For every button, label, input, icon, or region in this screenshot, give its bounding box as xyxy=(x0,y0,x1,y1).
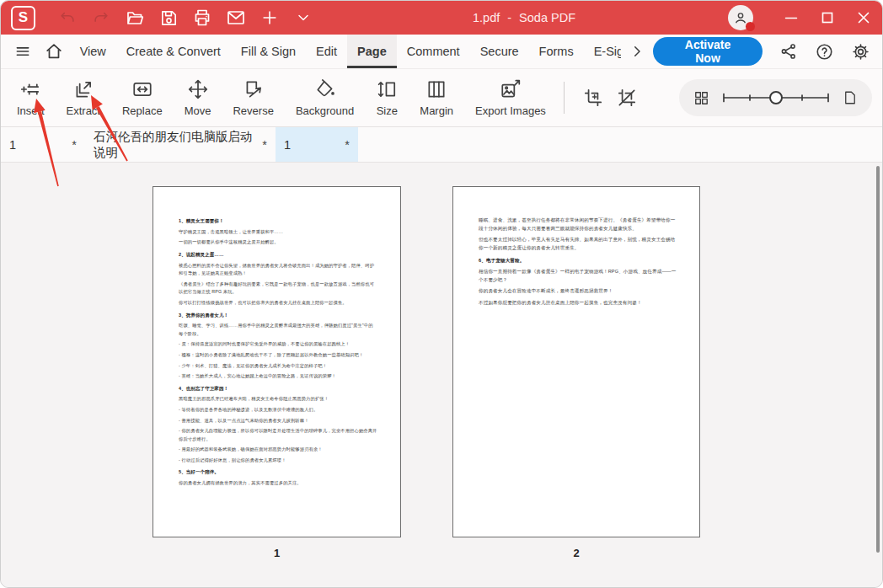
activate-now-button[interactable]: Activate Now xyxy=(653,37,762,66)
pdf-heading: 2、说起精灵之蛋…… xyxy=(179,251,377,259)
title-separator: - xyxy=(507,11,511,24)
tool-label: Move xyxy=(185,104,211,117)
chevron-down-icon[interactable] xyxy=(293,8,313,28)
pdf-paragraph: - 用最好的武器和装备武装她，确保她在面对邪恶势力时能够游刃有余！ xyxy=(179,446,377,454)
page-number-2: 2 xyxy=(452,547,700,559)
background-tool[interactable]: Background xyxy=(285,78,365,117)
user-avatar[interactable] xyxy=(728,5,753,30)
tab-create-convert[interactable]: Create & Convert xyxy=(116,35,231,68)
move-tool[interactable]: Move xyxy=(174,78,222,117)
doc-tab-shihe[interactable]: 石河伦吾的朋友们电脑版启动说明 * xyxy=(85,127,276,162)
page-toolbar: Insert Extract Replace Move Reverse Back… xyxy=(1,69,882,127)
hamburger-menu-icon[interactable] xyxy=(8,35,39,68)
doc-tab-1[interactable]: 1 * xyxy=(1,127,85,162)
tab-view[interactable]: View xyxy=(70,35,116,68)
pdf-paragraph: - 英雄：当她长大成人，安心地让她踏上命运中的冒险之路，见证传说的荣耀！ xyxy=(179,372,377,381)
pdf-paragraph: 你的勇者女儿会在冒险途中不断成长，最终击退邪恶拯救世界！ xyxy=(479,286,677,295)
tab-esign[interactable]: E-Sig xyxy=(584,35,622,68)
pdf-paragraph: 吃饭、睡觉、学习、训练……用你手中的精灵之蛋孵养成最强大的英雄，伴随她们度过"蛋… xyxy=(179,322,377,338)
modified-indicator: * xyxy=(345,138,350,152)
tab-forms[interactable]: Forms xyxy=(529,35,584,68)
home-icon[interactable] xyxy=(39,35,70,68)
pdf-page-2[interactable]: 睡眠、进食、洗漱，甚至执行任务都将在非常休闲的节奏下进行。《勇者蛋生》希望带给你… xyxy=(452,186,700,537)
thumbnail-grid-icon[interactable] xyxy=(693,90,709,106)
reverse-page-icon xyxy=(243,78,265,100)
modified-indicator: * xyxy=(262,138,267,152)
tab-page[interactable]: Page xyxy=(347,35,397,68)
pdf-heading: 4、也别忘了守卫家园！ xyxy=(179,385,377,393)
save-icon[interactable] xyxy=(158,8,179,28)
app-name: Soda PDF xyxy=(519,11,575,24)
print-icon[interactable] xyxy=(192,8,212,28)
vertical-scrollbar[interactable] xyxy=(876,166,880,553)
tab-comment[interactable]: Comment xyxy=(397,35,470,68)
maximize-button[interactable] xyxy=(816,6,839,29)
undo-icon[interactable] xyxy=(57,8,78,28)
tool-label: Replace xyxy=(122,104,163,117)
crop-remove-icon[interactable] xyxy=(610,81,644,115)
redo-icon[interactable] xyxy=(91,8,111,28)
pdf-paragraph: - 襁褓：这时的小勇者除了满地乱爬啥也干不了，除了照顾起居以外教会她一些基础知识… xyxy=(179,351,377,360)
replace-page-icon xyxy=(131,78,153,100)
move-page-icon xyxy=(187,78,209,100)
export-images-tool[interactable]: Export Images xyxy=(464,78,557,117)
extract-tool[interactable]: Extract xyxy=(56,78,111,117)
crop-add-icon[interactable] xyxy=(576,81,610,115)
title-bar: S 1.pdf - Soda PDF xyxy=(1,1,882,35)
more-tabs-chevron-icon[interactable] xyxy=(621,35,653,68)
insert-page-icon xyxy=(19,78,41,100)
soda-pdf-logo: S xyxy=(11,6,35,30)
background-icon xyxy=(314,78,336,100)
doc-tab-1-active[interactable]: 1 * xyxy=(276,127,358,162)
replace-tool[interactable]: Replace xyxy=(111,78,174,117)
insert-tool[interactable]: Insert xyxy=(6,78,56,117)
tab-fill-sign[interactable]: Fill & Sign xyxy=(231,35,306,68)
pdf-heading: 5、当好一个陪伴。 xyxy=(179,468,377,477)
extract-page-icon xyxy=(72,78,94,100)
pdf-paragraph: 被悉心照料的蛋不会让你失望，拯救世界的勇者女儿将会破壳而出！成为她的守护者，陪伴… xyxy=(179,262,377,278)
status-dot xyxy=(746,22,755,31)
page-size-icon xyxy=(376,78,398,100)
document-tab-bar: 1 * 石河伦吾的朋友们电脑版启动说明 * 1 * xyxy=(1,127,882,163)
pdf-paragraph: 守护精灵王国，击退黑暗领土，让世界重获和平…… xyxy=(179,228,377,237)
document-filename: 1.pdf xyxy=(473,11,500,24)
pdf-paragraph: 一切的一切都要从你手中这枚精灵之蛋开始孵起。 xyxy=(179,238,377,247)
help-icon[interactable] xyxy=(815,40,834,62)
menu-bar: View Create & Convert Fill & Sign Edit P… xyxy=(1,35,882,69)
pdf-paragraph: - 蛋：保持温度适宜的同时也要保护它免受外界的威胁，不要让你的蛋输在起跑线上！ xyxy=(179,340,377,349)
pdf-paragraph: - 等待着你的是各界各地的神秘遗迹，以及无数潜伏中难缠的敌人们。 xyxy=(179,406,377,414)
size-tool[interactable]: Size xyxy=(365,78,409,117)
pdf-paragraph: - 少年：剑术、打猎、魔法，见证你的勇者女儿成长为命中注定的样子吧！ xyxy=(179,362,377,371)
document-view: 1、精灵女王需要你！守护精灵王国，击退黑暗领土，让世界重获和平……一切的一切都要… xyxy=(1,163,882,588)
pdf-paragraph: 但也不要太过掉以轻心，毕竟人有失足马有失蹄。如果真的出了意外，别慌，精灵女王会赐… xyxy=(479,235,677,252)
logo-letter: S xyxy=(19,9,28,26)
settings-gear-icon[interactable] xyxy=(851,40,870,62)
open-folder-icon[interactable] xyxy=(125,8,145,28)
pdf-paragraph: - 善用技能、道具，以及一点点运气来助你的勇者女儿披荆斩棘！ xyxy=(179,417,377,425)
tool-label: Reverse xyxy=(233,104,273,117)
pdf-paragraph: - 你的勇者女儿自理能力极强，所以你可以随时走开处理生活中的琐碎事儿，完全不用担… xyxy=(179,427,377,443)
tab-edit[interactable]: Edit xyxy=(306,35,347,68)
pdf-paragraph: 《勇者蛋生》结合了多种有趣好玩的要素，它既是一款电子宠物，也是一款放置游戏，当然… xyxy=(179,281,377,297)
plus-icon[interactable] xyxy=(260,8,280,28)
zoom-slider[interactable] xyxy=(720,88,832,107)
pdf-paragraph: 你的勇者女儿拥有拯救世界的潜力，其实不需要过多的关注。 xyxy=(179,479,377,488)
margin-tool[interactable]: Margin xyxy=(409,78,464,117)
tool-label: Export Images xyxy=(475,104,546,117)
pdf-heading: 1、精灵女王需要你！ xyxy=(179,217,377,226)
close-button[interactable] xyxy=(852,6,875,29)
modified-indicator: * xyxy=(72,138,77,152)
tab-secure[interactable]: Secure xyxy=(470,35,529,68)
single-page-icon[interactable] xyxy=(843,89,858,106)
window-title: 1.pdf - Soda PDF xyxy=(473,1,575,35)
tool-label: Background xyxy=(296,104,354,117)
mail-icon[interactable] xyxy=(226,8,246,28)
share-icon[interactable] xyxy=(779,40,798,62)
toolbar-divider xyxy=(564,82,565,114)
minimize-button[interactable] xyxy=(779,6,803,29)
pdf-page-1[interactable]: 1、精灵女王需要你！守护精灵王国，击退黑暗领土，让世界重获和平……一切的一切都要… xyxy=(153,186,401,537)
pdf-heading: 6、电子宠物大冒险。 xyxy=(479,256,677,265)
doc-tab-label: 石河伦吾的朋友们电脑版启动说明 xyxy=(94,129,262,161)
pdf-paragraph: 相信你一直期待着一款像《勇者蛋生》一样的电子宠物游戏！RPG、小游戏、放任养成—… xyxy=(479,267,677,284)
reverse-tool[interactable]: Reverse xyxy=(222,78,284,117)
